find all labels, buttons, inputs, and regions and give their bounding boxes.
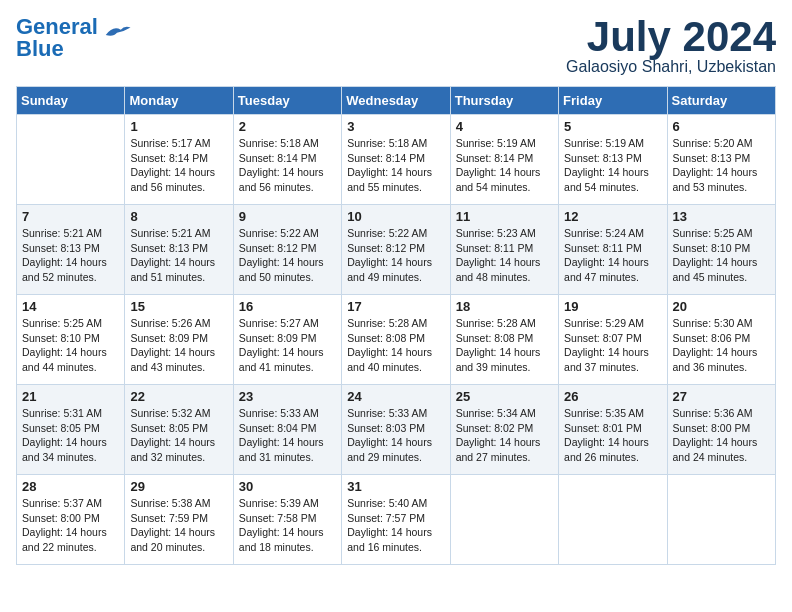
day-number: 16 [239,299,336,314]
cell-sunrise: Sunrise: 5:19 AM [564,137,644,149]
cell-daylight: Daylight: 14 hours and 31 minutes. [239,436,324,463]
cell-sunset: Sunset: 8:11 PM [456,242,534,254]
calendar-week-row: 14 Sunrise: 5:25 AM Sunset: 8:10 PM Dayl… [17,295,776,385]
day-number: 12 [564,209,661,224]
day-number: 25 [456,389,553,404]
day-number: 4 [456,119,553,134]
calendar-cell: 9 Sunrise: 5:22 AM Sunset: 8:12 PM Dayli… [233,205,341,295]
calendar-cell: 31 Sunrise: 5:40 AM Sunset: 7:57 PM Dayl… [342,475,450,565]
calendar-cell: 18 Sunrise: 5:28 AM Sunset: 8:08 PM Dayl… [450,295,558,385]
cell-daylight: Daylight: 14 hours and 27 minutes. [456,436,541,463]
calendar-week-row: 21 Sunrise: 5:31 AM Sunset: 8:05 PM Dayl… [17,385,776,475]
cell-daylight: Daylight: 14 hours and 26 minutes. [564,436,649,463]
calendar-week-row: 28 Sunrise: 5:37 AM Sunset: 8:00 PM Dayl… [17,475,776,565]
cell-daylight: Daylight: 14 hours and 22 minutes. [22,526,107,553]
cell-sunrise: Sunrise: 5:22 AM [239,227,319,239]
cell-sunrise: Sunrise: 5:21 AM [22,227,102,239]
calendar-cell: 11 Sunrise: 5:23 AM Sunset: 8:11 PM Dayl… [450,205,558,295]
day-number: 28 [22,479,119,494]
day-number: 23 [239,389,336,404]
calendar-cell: 23 Sunrise: 5:33 AM Sunset: 8:04 PM Dayl… [233,385,341,475]
day-number: 22 [130,389,227,404]
cell-daylight: Daylight: 14 hours and 36 minutes. [673,346,758,373]
weekday-header: Friday [559,87,667,115]
cell-daylight: Daylight: 14 hours and 44 minutes. [22,346,107,373]
day-number: 27 [673,389,770,404]
cell-daylight: Daylight: 14 hours and 50 minutes. [239,256,324,283]
cell-daylight: Daylight: 14 hours and 39 minutes. [456,346,541,373]
cell-sunset: Sunset: 8:05 PM [22,422,100,434]
cell-sunrise: Sunrise: 5:22 AM [347,227,427,239]
calendar-cell: 29 Sunrise: 5:38 AM Sunset: 7:59 PM Dayl… [125,475,233,565]
cell-daylight: Daylight: 14 hours and 43 minutes. [130,346,215,373]
cell-daylight: Daylight: 14 hours and 48 minutes. [456,256,541,283]
cell-sunset: Sunset: 8:11 PM [564,242,642,254]
cell-sunset: Sunset: 8:01 PM [564,422,642,434]
cell-sunrise: Sunrise: 5:25 AM [22,317,102,329]
cell-daylight: Daylight: 14 hours and 52 minutes. [22,256,107,283]
cell-sunset: Sunset: 8:09 PM [239,332,317,344]
day-number: 10 [347,209,444,224]
calendar-cell: 2 Sunrise: 5:18 AM Sunset: 8:14 PM Dayli… [233,115,341,205]
cell-sunrise: Sunrise: 5:38 AM [130,497,210,509]
calendar-cell: 16 Sunrise: 5:27 AM Sunset: 8:09 PM Dayl… [233,295,341,385]
day-number: 18 [456,299,553,314]
cell-daylight: Daylight: 14 hours and 41 minutes. [239,346,324,373]
calendar-cell: 27 Sunrise: 5:36 AM Sunset: 8:00 PM Dayl… [667,385,775,475]
day-number: 30 [239,479,336,494]
weekday-header: Thursday [450,87,558,115]
cell-sunset: Sunset: 7:59 PM [130,512,208,524]
cell-sunset: Sunset: 8:03 PM [347,422,425,434]
calendar-cell: 6 Sunrise: 5:20 AM Sunset: 8:13 PM Dayli… [667,115,775,205]
calendar-cell: 14 Sunrise: 5:25 AM Sunset: 8:10 PM Dayl… [17,295,125,385]
cell-daylight: Daylight: 14 hours and 54 minutes. [456,166,541,193]
calendar-cell: 5 Sunrise: 5:19 AM Sunset: 8:13 PM Dayli… [559,115,667,205]
day-number: 26 [564,389,661,404]
day-number: 31 [347,479,444,494]
calendar-cell: 24 Sunrise: 5:33 AM Sunset: 8:03 PM Dayl… [342,385,450,475]
calendar-cell: 8 Sunrise: 5:21 AM Sunset: 8:13 PM Dayli… [125,205,233,295]
cell-sunset: Sunset: 8:14 PM [239,152,317,164]
day-number: 2 [239,119,336,134]
calendar-cell: 10 Sunrise: 5:22 AM Sunset: 8:12 PM Dayl… [342,205,450,295]
cell-sunrise: Sunrise: 5:25 AM [673,227,753,239]
cell-daylight: Daylight: 14 hours and 55 minutes. [347,166,432,193]
logo-text: General Blue [16,16,98,60]
cell-daylight: Daylight: 14 hours and 34 minutes. [22,436,107,463]
cell-sunrise: Sunrise: 5:23 AM [456,227,536,239]
cell-sunset: Sunset: 8:02 PM [456,422,534,434]
cell-sunrise: Sunrise: 5:33 AM [347,407,427,419]
cell-sunrise: Sunrise: 5:19 AM [456,137,536,149]
cell-sunrise: Sunrise: 5:17 AM [130,137,210,149]
cell-sunrise: Sunrise: 5:30 AM [673,317,753,329]
day-number: 17 [347,299,444,314]
cell-sunrise: Sunrise: 5:32 AM [130,407,210,419]
cell-sunrise: Sunrise: 5:28 AM [456,317,536,329]
cell-sunrise: Sunrise: 5:40 AM [347,497,427,509]
day-number: 21 [22,389,119,404]
day-number: 1 [130,119,227,134]
calendar-cell [450,475,558,565]
day-number: 15 [130,299,227,314]
title-area: July 2024 Galaosiyo Shahri, Uzbekistan [566,16,776,76]
calendar-cell [667,475,775,565]
cell-sunset: Sunset: 8:10 PM [673,242,751,254]
day-number: 6 [673,119,770,134]
cell-sunrise: Sunrise: 5:34 AM [456,407,536,419]
calendar-cell [559,475,667,565]
day-number: 8 [130,209,227,224]
calendar-header-row: SundayMondayTuesdayWednesdayThursdayFrid… [17,87,776,115]
weekday-header: Wednesday [342,87,450,115]
cell-daylight: Daylight: 14 hours and 24 minutes. [673,436,758,463]
day-number: 9 [239,209,336,224]
cell-sunset: Sunset: 7:58 PM [239,512,317,524]
day-number: 29 [130,479,227,494]
cell-daylight: Daylight: 14 hours and 56 minutes. [130,166,215,193]
logo: General Blue [16,16,132,60]
cell-daylight: Daylight: 14 hours and 40 minutes. [347,346,432,373]
cell-sunrise: Sunrise: 5:39 AM [239,497,319,509]
cell-sunrise: Sunrise: 5:36 AM [673,407,753,419]
calendar-cell: 12 Sunrise: 5:24 AM Sunset: 8:11 PM Dayl… [559,205,667,295]
weekday-header: Saturday [667,87,775,115]
cell-daylight: Daylight: 14 hours and 29 minutes. [347,436,432,463]
